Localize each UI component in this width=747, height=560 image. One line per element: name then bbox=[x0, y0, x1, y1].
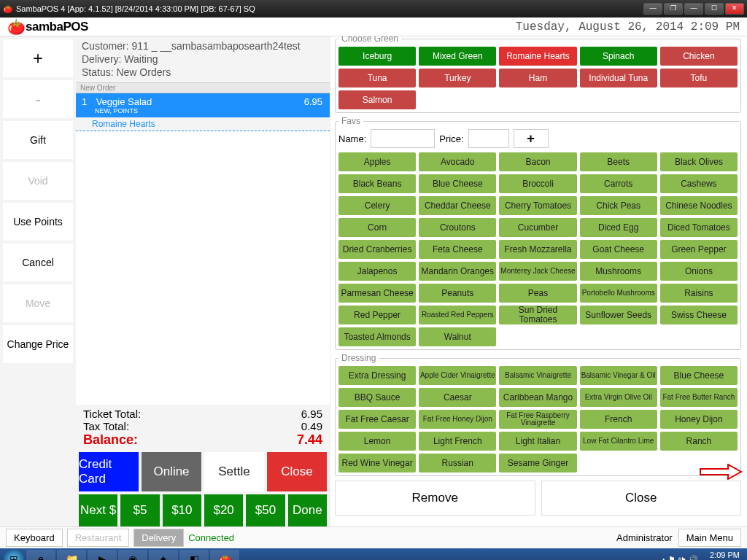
dressing-option[interactable]: Fat Free Butter Ranch bbox=[660, 388, 738, 407]
move-button[interactable]: Move bbox=[3, 284, 73, 322]
tray-icons[interactable]: ▴ ⚑ 🕪 🔊 bbox=[662, 555, 698, 561]
cash-20-button[interactable]: $20 bbox=[204, 494, 243, 526]
fav-option[interactable]: Croutons bbox=[419, 218, 496, 237]
fav-option[interactable]: Parmesan Cheese bbox=[338, 284, 416, 303]
fav-option[interactable]: Cucumber bbox=[499, 218, 576, 237]
fav-option[interactable]: Raisins bbox=[660, 284, 738, 303]
tray-clock[interactable]: 2:09 PM8/26/2014 bbox=[704, 551, 740, 560]
done-button[interactable]: Done bbox=[288, 494, 327, 526]
dressing-option[interactable]: Fat Free Caesar bbox=[338, 410, 416, 429]
fav-option[interactable]: Roasted Red Peppers bbox=[419, 306, 496, 324]
maximize-button[interactable]: ☐ bbox=[705, 3, 724, 15]
fav-name-input[interactable] bbox=[371, 129, 435, 148]
main-menu-button[interactable]: Main Menu bbox=[678, 529, 741, 547]
fav-option[interactable]: Fresh Mozzarella bbox=[499, 240, 576, 259]
qty-plus-button[interactable]: + bbox=[3, 39, 73, 77]
app-icon-2[interactable]: ◧ bbox=[179, 550, 209, 560]
fav-option[interactable]: Red Pepper bbox=[338, 306, 416, 324]
fav-option[interactable]: Beets bbox=[580, 152, 657, 171]
fav-option[interactable]: Blue Cheese bbox=[419, 174, 496, 193]
fav-add-button[interactable]: + bbox=[514, 129, 549, 148]
fav-option[interactable]: Diced Egg bbox=[580, 218, 657, 237]
dressing-option[interactable]: Light Italian bbox=[499, 432, 576, 451]
qty-minus-button[interactable]: - bbox=[3, 80, 73, 118]
fav-option[interactable]: Black Beans bbox=[338, 174, 416, 193]
dressing-option[interactable]: Fat Free Raspberry Vinaigrette bbox=[499, 410, 576, 429]
dressing-option[interactable]: Low Fat Cilantro Lime bbox=[580, 432, 657, 451]
fav-option[interactable]: Monterey Jack Cheese bbox=[499, 262, 576, 281]
fav-option[interactable]: Sun Dried Tomatoes bbox=[499, 306, 576, 324]
cancel-button[interactable]: Cancel bbox=[3, 244, 73, 281]
dressing-option[interactable]: Fat Free Honey Dijon bbox=[419, 410, 496, 429]
minimize2-button[interactable]: — bbox=[684, 3, 703, 15]
fav-option[interactable]: Avocado bbox=[419, 152, 496, 171]
online-button[interactable]: Online bbox=[142, 452, 201, 491]
close-window-button[interactable]: ✕ bbox=[725, 3, 744, 15]
fav-option[interactable]: Onions bbox=[660, 262, 738, 281]
restore-button[interactable]: ❐ bbox=[664, 3, 683, 15]
dressing-option[interactable]: Extra Dressing bbox=[338, 366, 416, 385]
cash-50-button[interactable]: $50 bbox=[246, 494, 285, 526]
dressing-option[interactable]: Russian bbox=[419, 454, 496, 472]
fav-option[interactable]: Swiss Cheese bbox=[660, 306, 738, 324]
restaurant-button[interactable]: Restaurant bbox=[67, 529, 130, 547]
cash-5-button[interactable]: $5 bbox=[120, 494, 159, 526]
dressing-option[interactable]: Light French bbox=[419, 432, 496, 451]
fav-option[interactable]: Goat Cheese bbox=[580, 240, 657, 259]
app-icon-1[interactable]: ✦ bbox=[149, 550, 178, 560]
fav-option[interactable]: Cashews bbox=[660, 174, 738, 193]
dressing-option[interactable]: French bbox=[580, 410, 657, 429]
dressing-option[interactable]: BBQ Sauce bbox=[338, 388, 416, 407]
fav-option[interactable]: Carrots bbox=[580, 174, 657, 193]
fav-option[interactable]: Toasted Almonds bbox=[338, 327, 416, 346]
fav-option[interactable]: Cheddar Cheese bbox=[419, 196, 496, 215]
start-button[interactable]: ⊞ bbox=[3, 550, 25, 560]
fav-option[interactable]: Apples bbox=[338, 152, 416, 171]
ie-icon[interactable]: e bbox=[26, 550, 55, 560]
fav-option[interactable]: Portobello Mushrooms bbox=[580, 284, 657, 303]
fav-option[interactable]: Corn bbox=[338, 218, 416, 237]
green-option[interactable]: Tofu bbox=[660, 69, 738, 88]
fav-option[interactable]: Black Olives bbox=[660, 152, 738, 171]
dressing-option[interactable]: Balsamic Vinaigrette bbox=[499, 366, 576, 385]
dressing-option[interactable]: Honey Dijon bbox=[660, 410, 738, 429]
media-icon[interactable]: ▶ bbox=[88, 550, 117, 560]
dressing-option[interactable]: Lemon bbox=[338, 432, 416, 451]
fav-option[interactable]: Mandarin Oranges bbox=[419, 262, 496, 281]
fav-option[interactable]: Dried Cranberries bbox=[338, 240, 416, 259]
credit-card-button[interactable]: Credit Card bbox=[79, 452, 139, 491]
gift-button[interactable]: Gift bbox=[3, 121, 73, 159]
fav-price-input[interactable] bbox=[468, 129, 509, 148]
fav-option[interactable]: Sunflower Seeds bbox=[580, 306, 657, 324]
dressing-option[interactable]: Apple Cider Vinaigrette bbox=[419, 366, 496, 385]
dressing-option[interactable]: Red Wine Vinegar bbox=[338, 454, 416, 472]
fav-option[interactable]: Chick Peas bbox=[580, 196, 657, 215]
dressing-option[interactable]: Blue Cheese bbox=[660, 366, 738, 385]
fav-option[interactable]: Broccoli bbox=[499, 174, 576, 193]
fav-option[interactable]: Walnut bbox=[419, 327, 496, 346]
order-line[interactable]: 1 Veggie Salad 6.95 NEW, POINTS bbox=[76, 93, 330, 117]
close-ticket-button[interactable]: Close bbox=[267, 452, 327, 491]
green-option[interactable]: Individual Tuna bbox=[580, 69, 657, 88]
void-button[interactable]: Void bbox=[3, 162, 73, 200]
dressing-option[interactable]: Sesame Ginger bbox=[499, 454, 576, 472]
fav-option[interactable]: Feta Cheese bbox=[419, 240, 496, 259]
next-dollar-button[interactable]: Next $ bbox=[79, 494, 117, 526]
dressing-option[interactable]: Caesar bbox=[419, 388, 496, 407]
green-option[interactable]: Salmon bbox=[338, 90, 416, 109]
minimize-button[interactable]: — bbox=[643, 3, 662, 15]
sambapos-task-icon[interactable]: 🍅 bbox=[210, 550, 239, 560]
fav-option[interactable]: Diced Tomatoes bbox=[660, 218, 738, 237]
fav-option[interactable]: Peas bbox=[499, 284, 576, 303]
settle-button[interactable]: Settle bbox=[204, 452, 264, 491]
fav-option[interactable]: Cherry Tomatoes bbox=[499, 196, 576, 215]
green-option[interactable]: Romaine Hearts bbox=[499, 47, 576, 66]
dressing-option[interactable]: Extra Virgin Olive Oil bbox=[580, 388, 657, 407]
fav-option[interactable]: Jalapenos bbox=[338, 262, 416, 281]
dressing-option[interactable]: Balsamic Vinegar & Oil bbox=[580, 366, 657, 385]
dressing-option[interactable]: Caribbean Mango bbox=[499, 388, 576, 407]
fav-option[interactable]: Mushrooms bbox=[580, 262, 657, 281]
fav-option[interactable]: Peanuts bbox=[419, 284, 496, 303]
fav-option[interactable]: Bacon bbox=[499, 152, 576, 171]
cash-10-button[interactable]: $10 bbox=[163, 494, 201, 526]
